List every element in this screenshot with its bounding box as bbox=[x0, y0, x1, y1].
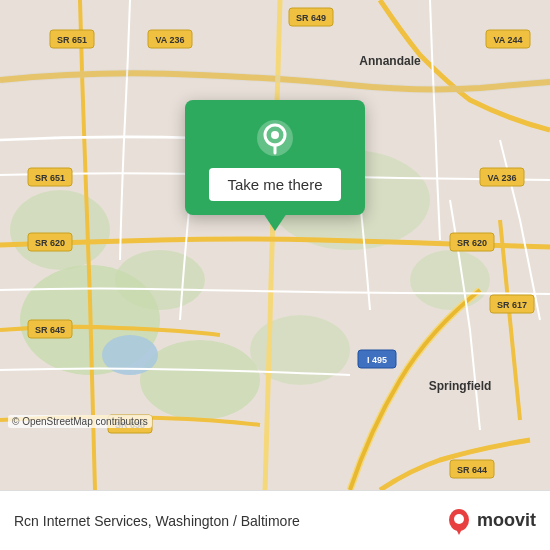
osm-attribution: © OpenStreetMap contributors bbox=[8, 415, 152, 428]
popup-card: Take me there bbox=[185, 100, 365, 215]
svg-text:VA 236: VA 236 bbox=[155, 35, 184, 45]
svg-point-39 bbox=[271, 131, 279, 139]
svg-text:SR 651: SR 651 bbox=[35, 173, 65, 183]
svg-point-6 bbox=[410, 250, 490, 310]
svg-text:SR 649: SR 649 bbox=[296, 13, 326, 23]
map-pin-icon bbox=[255, 118, 295, 158]
moovit-text: moovit bbox=[477, 510, 536, 531]
map-container: SR 649 SR 651 VA 236 SR 651 VA 244 VA 23… bbox=[0, 0, 550, 490]
svg-text:Annandale: Annandale bbox=[359, 54, 421, 68]
take-me-there-button[interactable]: Take me there bbox=[209, 168, 340, 201]
moovit-icon bbox=[445, 507, 473, 535]
svg-text:SR 617: SR 617 bbox=[497, 300, 527, 310]
svg-text:Springfield: Springfield bbox=[429, 379, 492, 393]
moovit-logo: moovit bbox=[445, 507, 536, 535]
svg-text:SR 645: SR 645 bbox=[35, 325, 65, 335]
svg-point-3 bbox=[10, 190, 110, 270]
svg-point-42 bbox=[454, 514, 464, 524]
svg-text:VA 236: VA 236 bbox=[487, 173, 516, 183]
svg-marker-43 bbox=[455, 527, 463, 535]
svg-text:SR 620: SR 620 bbox=[35, 238, 65, 248]
svg-text:VA 244: VA 244 bbox=[493, 35, 522, 45]
svg-point-4 bbox=[115, 250, 205, 310]
svg-text:SR 644: SR 644 bbox=[457, 465, 487, 475]
bottom-bar: Rcn Internet Services, Washington / Balt… bbox=[0, 490, 550, 550]
svg-text:SR 620: SR 620 bbox=[457, 238, 487, 248]
svg-text:I 495: I 495 bbox=[367, 355, 387, 365]
svg-text:SR 651: SR 651 bbox=[57, 35, 87, 45]
location-title: Rcn Internet Services, Washington / Balt… bbox=[14, 513, 300, 529]
svg-point-2 bbox=[140, 340, 260, 420]
